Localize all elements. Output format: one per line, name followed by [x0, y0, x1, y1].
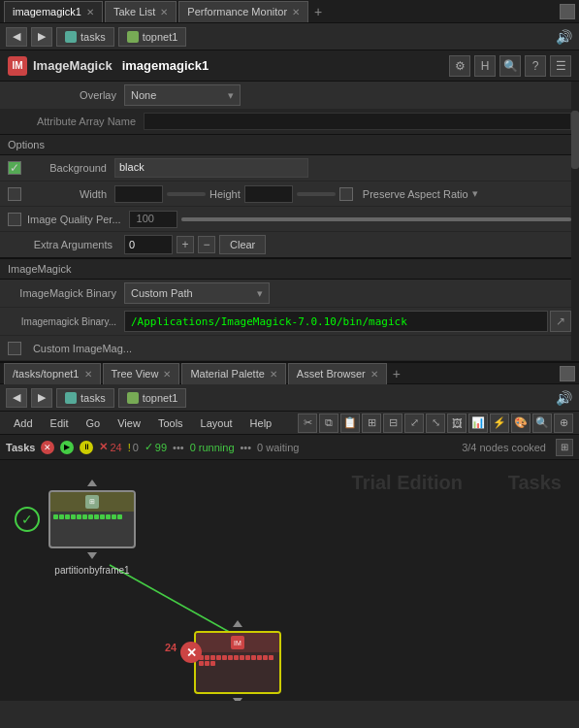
extra-args-input[interactable] — [124, 235, 173, 254]
menu-edit[interactable]: Edit — [43, 415, 77, 431]
imagemagick-binary-dropdown[interactable]: Custom Path ▾ — [124, 282, 270, 304]
height-slider[interactable] — [297, 192, 336, 196]
lower-breadcrumb-topnet[interactable]: topnet1 — [118, 388, 187, 408]
lower-tab-treeview-close-icon[interactable]: ✕ — [163, 369, 171, 380]
toolbar-img1-icon[interactable]: 🖼 — [447, 414, 466, 433]
lower-tab-asset-close-icon[interactable]: ✕ — [370, 369, 378, 380]
lower-speaker-icon[interactable]: 🔊 — [554, 388, 573, 408]
preserve-aspect-checkbox[interactable] — [339, 187, 353, 201]
custom-imagemagick-row: Custom ImageMag... — [0, 336, 579, 361]
task-play-button[interactable]: ▶ — [60, 441, 74, 454]
breadcrumb: tasks topnet1 — [56, 27, 550, 47]
extra-args-add-button[interactable]: + — [177, 236, 194, 253]
extra-args-remove-button[interactable]: − — [198, 236, 215, 253]
overlay-dropdown[interactable]: None ▾ — [124, 84, 241, 106]
menu-layout[interactable]: Layout — [193, 415, 241, 431]
lower-window-icon[interactable] — [560, 366, 575, 381]
lower-tab-material-close-icon[interactable]: ✕ — [270, 369, 277, 380]
background-input[interactable]: black — [114, 158, 308, 178]
lower-breadcrumb-tasks[interactable]: tasks — [56, 388, 114, 408]
tasks-icon — [65, 31, 77, 43]
imagemagick-binary-row: ImageMagick Binary Custom Path ▾ — [0, 280, 579, 308]
tab-tree-view[interactable]: Tree View ✕ — [103, 363, 180, 384]
toolbar-img2-icon[interactable]: 📊 — [468, 414, 488, 433]
node-label-partition: partitionbyframe1 — [54, 565, 129, 576]
image-quality-checkbox[interactable] — [8, 213, 21, 226]
tab-close-icon[interactable]: ✕ — [292, 7, 300, 17]
menu-help[interactable]: Help — [242, 415, 280, 431]
h-icon[interactable]: H — [474, 55, 496, 77]
toolbar-search-icon[interactable]: 🔍 — [532, 414, 552, 433]
error-count-x-icon: ✕ — [99, 441, 108, 453]
attribute-array-input[interactable] — [144, 113, 571, 130]
toolbar-expand-icon[interactable]: ⤢ — [404, 414, 424, 433]
node-box-imagemagick[interactable]: IM — [194, 631, 281, 694]
toolbar-copy-icon[interactable]: ⧉ — [319, 414, 338, 433]
gear-icon[interactable]: ⚙ — [449, 55, 470, 77]
menu-view[interactable]: View — [110, 415, 148, 431]
toolbar-grid2-icon[interactable]: ⊟ — [383, 414, 402, 433]
tab-asset-browser[interactable]: Asset Browser ✕ — [288, 363, 387, 384]
toolbar-collapse-icon[interactable]: ⤡ — [426, 414, 445, 433]
width-checkbox[interactable] — [8, 187, 21, 201]
menu-go[interactable]: Go — [79, 415, 109, 431]
search-icon[interactable]: 🔍 — [499, 55, 521, 77]
tab-take-list[interactable]: Take List ✕ — [105, 1, 177, 22]
lower-tasks-icon — [65, 392, 77, 404]
task-pause-button[interactable]: ⏸ — [80, 441, 93, 454]
lower-nav: ◀ ▶ tasks topnet1 🔊 — [0, 384, 579, 412]
lower-tab-add-button[interactable]: + — [389, 366, 404, 381]
pause-icon: ⏸ — [80, 441, 93, 454]
top-nav: ◀ ▶ tasks topnet1 🔊 — [0, 23, 579, 50]
image-quality-slider[interactable] — [181, 217, 571, 221]
lower-back-button[interactable]: ◀ — [6, 388, 27, 408]
top-tab-bar: imagemagick1 ✕ Take List ✕ Performance M… — [0, 0, 579, 23]
menu-add[interactable]: Add — [6, 415, 41, 431]
toolbar-paste-icon[interactable]: 📋 — [340, 414, 360, 433]
breadcrumb-topnet[interactable]: topnet1 — [118, 27, 187, 47]
tab-close-icon[interactable]: ✕ — [86, 7, 94, 17]
lower-tab-close-icon[interactable]: ✕ — [84, 369, 92, 380]
breadcrumb-tasks[interactable]: tasks — [56, 27, 114, 47]
help-icon[interactable]: ? — [525, 55, 546, 77]
menu-icons: ✂ ⧉ 📋 ⊞ ⊟ ⤢ ⤡ 🖼 📊 ⚡ 🎨 🔍 ⊕ — [298, 414, 573, 433]
height-input[interactable] — [244, 185, 293, 203]
tab-close-icon[interactable]: ✕ — [160, 7, 168, 17]
dropdown-arrow-icon: ▾ — [228, 89, 234, 102]
toolbar-filter-icon[interactable]: ⚡ — [490, 414, 509, 433]
right-scrollbar[interactable] — [571, 82, 579, 361]
tab-tasks-topnet[interactable]: /tasks/topnet1 ✕ — [4, 363, 101, 384]
tab-material-palette[interactable]: Material Palette ✕ — [181, 363, 285, 384]
speaker-icon[interactable]: 🔊 — [554, 27, 573, 47]
lower-forward-button[interactable]: ▶ — [31, 388, 52, 408]
back-button[interactable]: ◀ — [6, 27, 27, 47]
background-checkbox[interactable]: ✓ — [8, 161, 21, 175]
overlay-row: Overlay None ▾ — [0, 82, 579, 109]
tab-add-button[interactable]: + — [310, 4, 326, 19]
tab-performance-monitor[interactable]: Performance Monitor ✕ — [178, 1, 308, 22]
menu-tools[interactable]: Tools — [150, 415, 191, 431]
node-header-imagemagick: IM — [196, 633, 279, 652]
node-imagemagick-icon: IM — [231, 636, 244, 649]
toolbar-grid1-icon[interactable]: ⊞ — [362, 414, 381, 433]
node-imagemagick1[interactable]: 24 ✕ IM — [194, 620, 281, 701]
extra-args-clear-button[interactable]: Clear — [219, 235, 266, 254]
toolbar-palette-icon[interactable]: 🎨 — [511, 414, 531, 433]
binary-path-browse-button[interactable]: ↗ — [550, 311, 571, 332]
preserve-dropdown-arrow[interactable]: ▾ — [472, 187, 478, 200]
node-partitionbyframe1[interactable]: ✓ ⊞ p — [48, 480, 136, 576]
custom-imagemagick-checkbox[interactable] — [8, 342, 21, 355]
forward-button[interactable]: ▶ — [31, 27, 52, 47]
canvas-area[interactable]: Trial Edition Tasks ✓ ⊞ — [0, 460, 579, 701]
width-input[interactable] — [114, 185, 163, 203]
tasks-grid-icon[interactable]: ⊞ — [556, 439, 573, 456]
image-quality-input[interactable]: 100 — [129, 211, 177, 228]
menu-icon[interactable]: ☰ — [550, 55, 571, 77]
toolbar-zoom-icon[interactable]: ⊕ — [554, 414, 573, 433]
width-slider[interactable] — [167, 192, 206, 196]
binary-path-display[interactable]: /Applications/ImageMagick-7.0.10/bin/mag… — [124, 311, 548, 332]
window-icon[interactable] — [560, 4, 575, 19]
node-box-partition[interactable]: ⊞ — [48, 490, 136, 548]
toolbar-scissors-icon[interactable]: ✂ — [298, 414, 317, 433]
tab-imagemagick1[interactable]: imagemagick1 ✕ — [4, 1, 103, 22]
